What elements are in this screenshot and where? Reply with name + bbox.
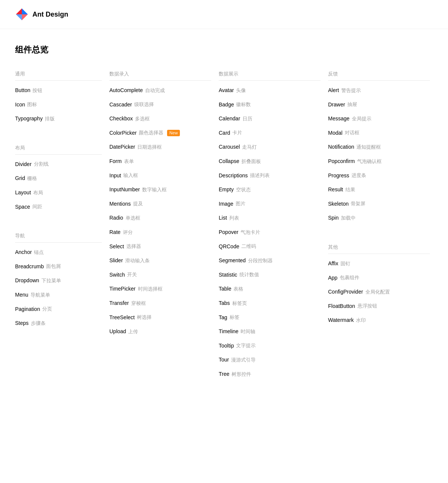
component-link-steps[interactable]: Steps 步骤条	[15, 320, 46, 327]
component-link-tabs[interactable]: Tabs 标签页	[219, 300, 247, 307]
component-link-drawer[interactable]: Drawer 抽屉	[328, 101, 357, 109]
component-link-colorpicker[interactable]: ColorPicker 颜色选择器New	[109, 129, 180, 137]
component-link-avatar[interactable]: Avatar 头像	[219, 87, 246, 94]
component-link-form[interactable]: Form 表单	[109, 158, 134, 165]
component-link-image[interactable]: Image 图片	[219, 200, 245, 208]
component-link-checkbox[interactable]: Checkbox 多选框	[109, 115, 150, 123]
list-item: Breadcrumb 面包屑	[15, 263, 102, 271]
component-cn: 自动完成	[145, 87, 165, 94]
component-link-datepicker[interactable]: DatePicker 日期选择框	[109, 143, 162, 151]
component-link-table[interactable]: Table 表格	[219, 285, 243, 293]
component-name: Carousel	[219, 143, 240, 151]
component-link-tree[interactable]: Tree 树形控件	[219, 371, 251, 378]
component-link-timepicker[interactable]: TimePicker 时间选择框	[109, 285, 163, 293]
component-cn: 包裹组件	[340, 274, 359, 281]
component-link-anchor[interactable]: Anchor 锚点	[15, 249, 44, 256]
component-link-app[interactable]: App 包裹组件	[328, 274, 359, 282]
component-name: Table	[219, 285, 231, 293]
component-link-list[interactable]: List 列表	[219, 214, 239, 222]
component-link-statistic[interactable]: Statistic 统计数值	[219, 271, 259, 279]
list-item: List 列表	[219, 214, 321, 222]
component-link-radio[interactable]: Radio 单选框	[109, 214, 140, 222]
component-link-breadcrumb[interactable]: Breadcrumb 面包屑	[15, 263, 61, 271]
component-link-tour[interactable]: Tour 漫游式引导	[219, 356, 256, 364]
list-item: Dropdown 下拉菜单	[15, 277, 102, 285]
component-cn: 图片	[236, 200, 245, 207]
component-link-card[interactable]: Card 卡片	[219, 129, 242, 137]
component-link-carousel[interactable]: Carousel 走马灯	[219, 143, 257, 151]
list-item: Radio 单选框	[109, 214, 211, 222]
component-link-modal[interactable]: Modal 对话框	[328, 129, 359, 137]
component-name: Progress	[328, 172, 349, 180]
component-link-collapse[interactable]: Collapse 折叠面板	[219, 158, 261, 165]
component-cn: 开关	[127, 271, 137, 278]
component-link-layout[interactable]: Layout 布局	[15, 189, 43, 197]
component-cn: 排版	[45, 115, 55, 122]
item-list-other: Affix 固钉App 包裹组件ConfigProvider 全局化配置Floa…	[328, 260, 430, 324]
component-cn: 下拉菜单	[41, 277, 61, 284]
component-link-grid[interactable]: Grid 栅格	[15, 175, 37, 182]
component-link-icon[interactable]: Icon 图标	[15, 101, 37, 109]
component-cn: 树选择	[137, 314, 152, 321]
component-link-transfer[interactable]: Transfer 穿梭框	[109, 300, 146, 307]
component-link-popconfirm[interactable]: Popconfirm 气泡确认框	[328, 158, 382, 165]
column-4: 反馈Alert 警告提示Drawer 抽屉Message 全局提示Modal 对…	[328, 71, 430, 331]
component-cn: 布局	[33, 189, 43, 196]
component-link-qrcode[interactable]: QRCode 二维码	[219, 243, 256, 251]
component-link-alert[interactable]: Alert 警告提示	[328, 87, 361, 94]
component-link-input[interactable]: Input 输入框	[109, 172, 138, 180]
item-list-layout: Divider 分割线Grid 栅格Layout 布局Space 间距	[15, 161, 102, 211]
component-link-menu[interactable]: Menu 导航菜单	[15, 291, 50, 299]
component-link-space[interactable]: Space 间距	[15, 203, 42, 211]
component-link-floatbutton[interactable]: FloatButton 悬浮按钮	[328, 303, 377, 310]
component-name: Layout	[15, 189, 31, 197]
component-link-slider[interactable]: Slider 滑动输入条	[109, 257, 150, 265]
component-link-configprovider[interactable]: ConfigProvider 全局化配置	[328, 288, 390, 296]
component-link-typography[interactable]: Typography 排版	[15, 115, 55, 123]
list-item: Select 选择器	[109, 243, 211, 251]
component-link-timeline[interactable]: Timeline 时间轴	[219, 328, 255, 335]
component-link-empty[interactable]: Empty 空状态	[219, 186, 251, 194]
component-link-upload[interactable]: Upload 上传	[109, 328, 138, 335]
component-link-progress[interactable]: Progress 进度条	[328, 172, 366, 180]
component-link-segmented[interactable]: Segmented 分段控制器	[219, 257, 273, 265]
component-cn: 全局提示	[352, 115, 371, 122]
component-name: Image	[219, 200, 233, 208]
component-link-button[interactable]: Button 按钮	[15, 87, 42, 94]
component-link-mentions[interactable]: Mentions 提及	[109, 200, 143, 208]
component-link-message[interactable]: Message 全局提示	[328, 115, 371, 123]
component-link-select[interactable]: Select 选择器	[109, 243, 141, 251]
component-link-watermark[interactable]: Watermark 水印	[328, 317, 366, 324]
component-cn: 标签页	[232, 300, 247, 307]
component-link-calendar[interactable]: Calendar 日历	[219, 115, 252, 123]
component-name: Alert	[328, 87, 339, 94]
component-link-cascader[interactable]: Cascader 级联选择	[109, 101, 154, 109]
component-link-inputnumber[interactable]: InputNumber 数字输入框	[109, 186, 167, 194]
component-name: Cascader	[109, 101, 132, 109]
component-link-switch[interactable]: Switch 开关	[109, 271, 137, 279]
component-link-tooltip[interactable]: Tooltip 文字提示	[219, 342, 256, 350]
component-link-rate[interactable]: Rate 评分	[109, 229, 133, 236]
column-3: 数据展示Avatar 头像Badge 徽标数Calendar 日历Card 卡片…	[219, 71, 321, 385]
component-link-result[interactable]: Result 结果	[328, 186, 355, 194]
component-name: Watermark	[328, 317, 354, 324]
component-link-pagination[interactable]: Pagination 分页	[15, 306, 52, 313]
component-link-spin[interactable]: Spin 加载中	[328, 214, 356, 222]
component-link-dropdown[interactable]: Dropdown 下拉菜单	[15, 277, 61, 285]
component-name: Checkbox	[109, 115, 133, 123]
component-link-popover[interactable]: Popover 气泡卡片	[219, 229, 260, 236]
component-link-badge[interactable]: Badge 徽标数	[219, 101, 251, 109]
component-link-notification[interactable]: Notification 通知提醒框	[328, 143, 381, 151]
component-cn: 统计数值	[239, 271, 259, 278]
component-link-treeselect[interactable]: TreeSelect 树选择	[109, 314, 152, 321]
component-cn: 图标	[27, 101, 37, 108]
component-cn: 结果	[345, 186, 355, 193]
component-link-skeleton[interactable]: Skeleton 骨架屏	[328, 200, 365, 208]
component-link-divider[interactable]: Divider 分割线	[15, 161, 49, 168]
component-link-descriptions[interactable]: Descriptions 描述列表	[219, 172, 270, 180]
component-link-affix[interactable]: Affix 固钉	[328, 260, 350, 268]
component-name: Statistic	[219, 271, 237, 279]
component-link-tag[interactable]: Tag 标签	[219, 314, 239, 321]
list-item: Transfer 穿梭框	[109, 300, 211, 307]
component-link-autocomplete[interactable]: AutoComplete 自动完成	[109, 87, 165, 94]
